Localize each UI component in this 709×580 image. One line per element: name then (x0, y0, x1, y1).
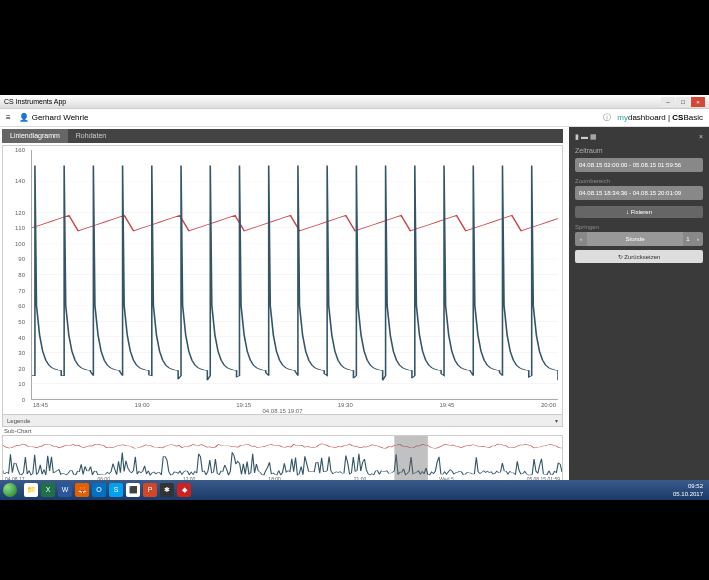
explorer-icon[interactable]: 📁 (24, 483, 38, 497)
sidebar-title: Zeitraum (575, 147, 703, 154)
jump-selector: ‹ Stunde 1 › (575, 232, 703, 246)
windows-orb-icon (3, 483, 17, 497)
plot-area[interactable] (31, 150, 558, 400)
system-tray[interactable]: 09:52 05.10.2017 (667, 482, 709, 498)
taskbar-icons: 📁 X W 🦊 O S ⬛ P ✱ ◆ (20, 483, 195, 497)
firefox-icon[interactable]: 🦊 (75, 483, 89, 497)
start-button[interactable] (0, 480, 20, 500)
close-button[interactable]: × (691, 97, 705, 107)
info-icon[interactable]: ⓘ (603, 112, 611, 123)
app-window: CS Instruments App – □ × ≡ 👤 Gerhard Weh… (0, 95, 709, 500)
timerange-display[interactable]: 04.08.15 02:00:00 - 05.08.15 01:59:56 (575, 158, 703, 172)
sub-chart[interactable]: 04.08.1706:0012:0018:0021:00Wed 505.08.1… (2, 435, 563, 483)
taskbar: 📁 X W 🦊 O S ⬛ P ✱ ◆ 09:52 05.10.2017 (0, 480, 709, 500)
minimize-button[interactable]: – (661, 97, 675, 107)
jump-prev-button[interactable]: ‹ (575, 232, 587, 246)
jump-value[interactable]: 1 (683, 232, 693, 246)
subchart-label: Sub-Chart (2, 427, 563, 435)
user-name: Gerhard Wehrle (32, 113, 89, 122)
app-icon-1[interactable]: ⬛ (126, 483, 140, 497)
jump-label: Springen (575, 224, 703, 230)
outlook-icon[interactable]: O (92, 483, 106, 497)
tab-rohdaten[interactable]: Rohdaten (68, 129, 114, 143)
excel-icon[interactable]: X (41, 483, 55, 497)
y-axis: 0102030405060708090100110120140160 (3, 150, 27, 400)
brand: mydashboard | CSBasic (617, 113, 703, 122)
tabs: Liniendiagramm Rohdaten (2, 129, 563, 143)
powerpoint-icon[interactable]: P (143, 483, 157, 497)
user-icon: 👤 (19, 113, 29, 122)
app-icon-3[interactable]: ◆ (177, 483, 191, 497)
collapse-icon[interactable]: ▾ (555, 417, 558, 424)
user-badge[interactable]: 👤 Gerhard Wehrle (19, 113, 89, 122)
window-title: CS Instruments App (4, 98, 661, 105)
tray-time: 09:52 (673, 482, 703, 490)
maximize-button[interactable]: □ (676, 97, 690, 107)
main-chart[interactable]: 0102030405060708090100110120140160 18:45… (2, 145, 563, 415)
word-icon[interactable]: W (58, 483, 72, 497)
reset-button[interactable]: ↻ Zurücksetzen (575, 250, 703, 263)
legend-row[interactable]: Legende ▾ (2, 415, 563, 427)
tray-date: 05.10.2017 (673, 490, 703, 498)
topbar: ≡ 👤 Gerhard Wehrle ⓘ mydashboard | CSBas… (0, 109, 709, 127)
app-icon-2[interactable]: ✱ (160, 483, 174, 497)
menu-icon[interactable]: ≡ (6, 113, 11, 122)
main-panel: Liniendiagramm Rohdaten 0102030405060708… (0, 127, 569, 500)
zoom-label: Zoombereich (575, 178, 703, 184)
sidebar: ▮ ▬ ▦ × Zeitraum 04.08.15 02:00:00 - 05.… (569, 127, 709, 500)
skype-icon[interactable]: S (109, 483, 123, 497)
sidebar-close-icon[interactable]: × (699, 133, 703, 141)
tab-liniendiagramm[interactable]: Liniendiagramm (2, 129, 68, 143)
jump-unit[interactable]: Stunde (587, 232, 683, 246)
fix-button[interactable]: ↓ Fixieren (575, 206, 703, 218)
zoomrange-display[interactable]: 04.08.15 18:34:36 - 04.08.15 20:01:09 (575, 186, 703, 200)
legend-label: Legende (7, 418, 30, 424)
titlebar: CS Instruments App – □ × (0, 95, 709, 109)
jump-next-button[interactable]: › (693, 232, 703, 246)
layout-icons[interactable]: ▮ ▬ ▦ (575, 133, 597, 141)
